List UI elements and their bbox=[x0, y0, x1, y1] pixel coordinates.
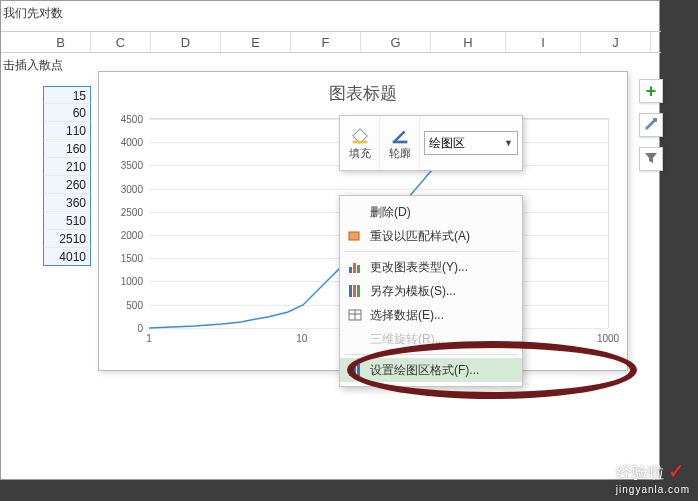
rotation-icon bbox=[346, 330, 364, 348]
x-tick: 1000 bbox=[597, 333, 619, 344]
menu-delete[interactable]: 删除(D) bbox=[340, 200, 522, 224]
chart-filter-button[interactable] bbox=[639, 147, 663, 171]
svg-rect-15 bbox=[357, 364, 360, 376]
svg-rect-2 bbox=[392, 140, 407, 143]
menu-label: 设置绘图区格式(F)... bbox=[370, 362, 479, 379]
truncated-text-1: 我们先对数 bbox=[3, 5, 63, 22]
cell[interactable]: 260 bbox=[43, 176, 91, 194]
y-tick: 3500 bbox=[113, 160, 143, 171]
svg-rect-14 bbox=[353, 367, 356, 376]
table-icon bbox=[346, 306, 364, 324]
fill-button[interactable]: 填充 bbox=[340, 116, 380, 170]
y-tick: 1500 bbox=[113, 253, 143, 264]
col-header-G[interactable]: G bbox=[361, 32, 431, 52]
menu-label: 三维旋转(R)... bbox=[370, 331, 445, 348]
y-tick: 2000 bbox=[113, 229, 143, 240]
cell[interactable]: 360 bbox=[43, 194, 91, 212]
blank-icon bbox=[346, 203, 364, 221]
check-icon: ✓ bbox=[668, 460, 685, 482]
y-tick: 3000 bbox=[113, 183, 143, 194]
svg-rect-6 bbox=[357, 265, 360, 273]
selected-element-label: 绘图区 bbox=[429, 135, 465, 152]
cell[interactable]: 110 bbox=[43, 122, 91, 140]
menu-label: 另存为模板(S)... bbox=[370, 283, 456, 300]
plus-icon: + bbox=[646, 82, 657, 100]
col-header-J[interactable]: J bbox=[581, 32, 651, 52]
menu-format-plot-area[interactable]: 设置绘图区格式(F)... bbox=[340, 358, 522, 382]
svg-rect-9 bbox=[357, 285, 360, 297]
cell[interactable]: 4010 bbox=[43, 248, 91, 266]
col-header-H[interactable]: H bbox=[431, 32, 506, 52]
mini-toolbar: 填充 轮廓 绘图区 ▼ bbox=[339, 115, 523, 171]
menu-save-as-template[interactable]: 另存为模板(S)... bbox=[340, 279, 522, 303]
menu-change-chart-type[interactable]: 更改图表类型(Y)... bbox=[340, 255, 522, 279]
outline-label: 轮廓 bbox=[389, 146, 411, 161]
cell[interactable]: 15 bbox=[43, 86, 91, 104]
svg-rect-13 bbox=[349, 370, 352, 376]
col-header-E[interactable]: E bbox=[221, 32, 291, 52]
col-header-C[interactable]: C bbox=[91, 32, 151, 52]
menu-separator bbox=[344, 251, 518, 252]
chart-side-buttons: + bbox=[639, 79, 663, 171]
svg-rect-7 bbox=[349, 285, 352, 297]
col-header-D[interactable]: D bbox=[151, 32, 221, 52]
menu-label: 选择数据(E)... bbox=[370, 307, 444, 324]
outline-button[interactable]: 轮廓 bbox=[380, 116, 420, 170]
spreadsheet-area: 我们先对数 击插入散点 B C D E F G H I J 15 60 110 … bbox=[0, 0, 660, 480]
svg-rect-0 bbox=[653, 118, 657, 122]
chart-elements-button[interactable]: + bbox=[639, 79, 663, 103]
logo-url: jingyanla.com bbox=[616, 484, 690, 495]
svg-rect-8 bbox=[353, 285, 356, 297]
menu-label: 更改图表类型(Y)... bbox=[370, 259, 468, 276]
reset-icon bbox=[346, 227, 364, 245]
cell[interactable]: 160 bbox=[43, 140, 91, 158]
paint-bucket-icon bbox=[349, 126, 371, 146]
template-icon bbox=[346, 282, 364, 300]
svg-rect-1 bbox=[352, 140, 367, 143]
x-tick: 1 bbox=[146, 333, 152, 344]
truncated-text-2: 击插入散点 bbox=[3, 57, 63, 74]
svg-rect-3 bbox=[349, 232, 359, 240]
chart-title[interactable]: 图表标题 bbox=[99, 72, 627, 111]
svg-rect-4 bbox=[349, 267, 352, 273]
cell[interactable]: 60 bbox=[43, 104, 91, 122]
y-tick: 0 bbox=[113, 323, 143, 334]
y-tick: 4500 bbox=[113, 114, 143, 125]
svg-rect-5 bbox=[353, 263, 356, 273]
menu-select-data[interactable]: 选择数据(E)... bbox=[340, 303, 522, 327]
column-headers: B C D E F G H I J bbox=[1, 31, 661, 53]
y-tick: 2500 bbox=[113, 206, 143, 217]
y-tick: 4000 bbox=[113, 137, 143, 148]
cell[interactable]: 210 bbox=[43, 158, 91, 176]
fill-label: 填充 bbox=[349, 146, 371, 161]
menu-label: 删除(D) bbox=[370, 204, 411, 221]
col-header-F[interactable]: F bbox=[291, 32, 361, 52]
col-header-I[interactable]: I bbox=[506, 32, 581, 52]
cell[interactable]: 2510 bbox=[43, 230, 91, 248]
pen-icon bbox=[389, 126, 411, 146]
menu-separator bbox=[344, 354, 518, 355]
cell[interactable]: 510 bbox=[43, 212, 91, 230]
chart-styles-button[interactable] bbox=[639, 113, 663, 137]
col-header-B[interactable]: B bbox=[31, 32, 91, 52]
format-icon bbox=[346, 361, 364, 379]
y-tick: 1000 bbox=[113, 276, 143, 287]
logo-text: 经验啦 bbox=[616, 464, 664, 481]
watermark-logo: 经验啦 ✓ jingyanla.com bbox=[616, 459, 690, 495]
chart-element-selector[interactable]: 绘图区 ▼ bbox=[420, 116, 522, 170]
data-column-B[interactable]: 15 60 110 160 210 260 360 510 2510 4010 bbox=[43, 86, 91, 266]
menu-3d-rotation[interactable]: 三维旋转(R)... bbox=[340, 327, 522, 351]
chevron-down-icon: ▼ bbox=[504, 138, 513, 148]
menu-reset-style[interactable]: 重设以匹配样式(A) bbox=[340, 224, 522, 248]
y-tick: 500 bbox=[113, 299, 143, 310]
funnel-icon bbox=[644, 151, 658, 168]
context-menu: 删除(D) 重设以匹配样式(A) 更改图表类型(Y)... 另存为模板(S)..… bbox=[339, 195, 523, 387]
brush-icon bbox=[643, 116, 659, 135]
x-tick: 10 bbox=[296, 333, 307, 344]
bar-chart-icon bbox=[346, 258, 364, 276]
menu-label: 重设以匹配样式(A) bbox=[370, 228, 470, 245]
